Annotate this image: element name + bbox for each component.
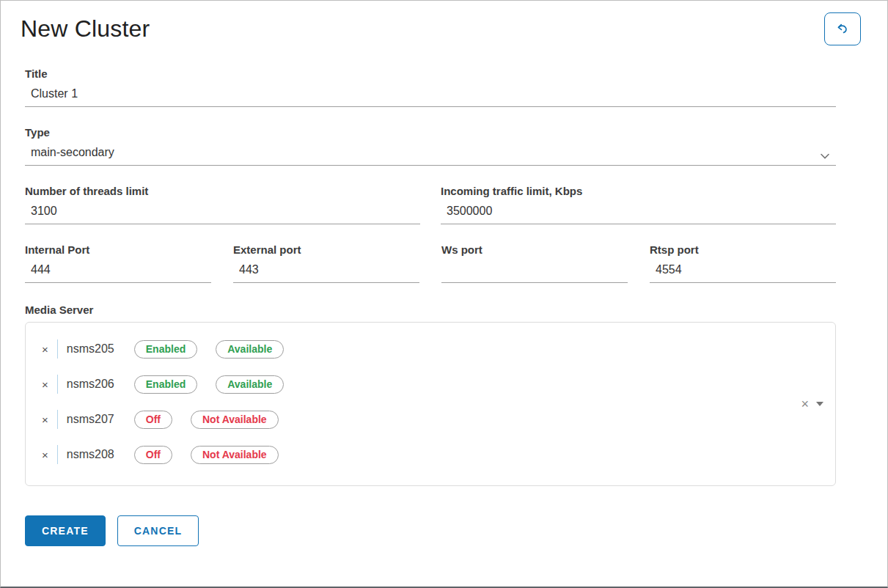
server-name: nsms208 — [67, 448, 118, 461]
server-state-badge: Off — [134, 446, 172, 464]
field-type: Type — [25, 126, 836, 166]
ws-port-label: Ws port — [441, 243, 628, 256]
form-actions: CREATE CANCEL — [25, 515, 836, 546]
type-select[interactable] — [25, 143, 836, 166]
internal-port-input[interactable] — [25, 260, 211, 283]
media-server-controls: × — [801, 397, 823, 411]
chip-divider — [57, 410, 58, 429]
field-traffic-limit: Incoming traffic limit, Kbps — [441, 185, 836, 224]
server-availability-badge: Not Available — [191, 411, 279, 429]
server-name: nsms205 — [67, 342, 118, 356]
caret-down-icon[interactable] — [816, 402, 823, 406]
chip-divider — [57, 339, 58, 359]
field-external-port: External port — [233, 243, 419, 283]
chevron-down-icon[interactable] — [820, 150, 830, 157]
internal-port-label: Internal Port — [25, 243, 211, 256]
server-state-badge: Off — [134, 411, 172, 429]
cancel-button[interactable]: CANCEL — [117, 515, 199, 546]
traffic-limit-label: Incoming traffic limit, Kbps — [441, 185, 836, 197]
media-server-box[interactable]: ×nsms205EnabledAvailable×nsms206EnabledA… — [25, 322, 836, 486]
server-availability-badge: Available — [216, 375, 284, 394]
server-name: nsms206 — [67, 378, 118, 391]
server-state-badge: Enabled — [134, 375, 197, 394]
undo-arrow-icon — [834, 21, 851, 38]
field-internal-port: Internal Port — [25, 243, 211, 283]
server-availability-badge: Available — [216, 340, 284, 359]
server-state-badge: Enabled — [134, 340, 197, 359]
create-button[interactable]: CREATE — [25, 515, 106, 546]
field-media-server: Media Server ×nsms205EnabledAvailable×ns… — [25, 304, 836, 486]
remove-server-icon[interactable]: × — [39, 413, 51, 427]
media-server-row: ×nsms208OffNot Available — [39, 437, 791, 472]
field-threads-limit: Number of threads limit — [25, 185, 420, 224]
field-title: Title — [25, 67, 836, 107]
title-label: Title — [25, 67, 836, 80]
server-availability-badge: Not Available — [191, 446, 279, 464]
remove-server-icon[interactable]: × — [39, 342, 51, 356]
field-rtsp-port: Rtsp port — [650, 243, 836, 283]
threads-limit-label: Number of threads limit — [25, 185, 420, 197]
external-port-input[interactable] — [233, 260, 419, 283]
new-cluster-form: Title Type Number of threads limit Incom… — [1, 45, 887, 546]
remove-server-icon[interactable]: × — [39, 378, 51, 392]
rtsp-port-input[interactable] — [650, 260, 836, 283]
media-server-row: ×nsms207OffNot Available — [39, 402, 791, 437]
type-label: Type — [25, 126, 836, 139]
clear-all-icon[interactable]: × — [801, 397, 809, 411]
chip-divider — [57, 445, 58, 464]
title-input[interactable] — [25, 84, 836, 107]
media-server-row: ×nsms205EnabledAvailable — [39, 331, 791, 367]
media-server-label: Media Server — [25, 304, 836, 316]
back-button[interactable] — [824, 12, 861, 45]
ws-port-input[interactable] — [441, 260, 628, 283]
traffic-limit-input[interactable] — [441, 202, 836, 224]
page-header: New Cluster — [1, 1, 887, 45]
server-name: nsms207 — [67, 413, 118, 426]
media-server-rows: ×nsms205EnabledAvailable×nsms206EnabledA… — [39, 331, 791, 472]
chip-divider — [57, 375, 58, 394]
field-ws-port: Ws port — [441, 243, 628, 283]
page-title: New Cluster — [21, 15, 150, 43]
rtsp-port-label: Rtsp port — [650, 243, 836, 256]
media-server-row: ×nsms206EnabledAvailable — [39, 367, 791, 402]
remove-server-icon[interactable]: × — [39, 448, 51, 462]
external-port-label: External port — [233, 243, 419, 256]
threads-limit-input[interactable] — [25, 202, 420, 224]
